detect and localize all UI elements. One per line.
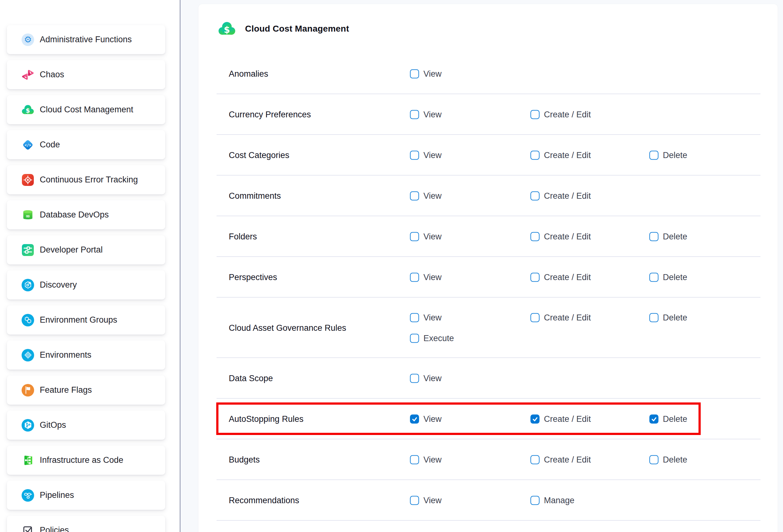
checkbox-box[interactable] xyxy=(410,496,419,505)
checkbox-box[interactable] xyxy=(410,455,419,464)
checkbox-create-edit[interactable]: Create / Edit xyxy=(530,151,591,160)
checkbox-box[interactable] xyxy=(410,232,419,241)
checkbox-box[interactable] xyxy=(530,496,539,505)
sidebar-item-chaos[interactable]: Chaos xyxy=(7,60,165,89)
checkbox-label: Create / Edit xyxy=(544,455,591,465)
panel-title: Cloud Cost Management xyxy=(245,24,349,34)
permission-row-data-scope: Data ScopeView xyxy=(198,358,778,399)
checkbox-view[interactable]: View xyxy=(410,191,442,201)
git-branch-icon xyxy=(22,419,34,432)
checkbox-delete[interactable]: Delete xyxy=(649,151,687,160)
permission-row-recommendations: RecommendationsViewManage xyxy=(198,480,778,521)
sidebar-item-label: Cloud Cost Management xyxy=(40,105,133,115)
sidebar-item-developer-portal[interactable]: Developer Portal xyxy=(7,235,165,264)
checkbox-view[interactable]: View xyxy=(410,273,442,282)
checkbox-create-edit[interactable]: Create / Edit xyxy=(530,273,591,282)
checkbox-box[interactable] xyxy=(410,151,419,160)
permission-row-cloud-asset-governance-rules: Cloud Asset Governance RulesViewCreate /… xyxy=(198,298,778,358)
panel-header: $ Cloud Cost Management xyxy=(198,4,778,54)
checkbox-box[interactable] xyxy=(530,273,539,282)
checkbox-view[interactable]: View xyxy=(410,69,442,79)
checkbox-create-edit[interactable]: Create / Edit xyxy=(530,232,591,242)
checkbox-create-edit[interactable]: Create / Edit xyxy=(530,313,591,323)
checkbox-box[interactable] xyxy=(530,313,539,322)
checkbox-view[interactable]: View xyxy=(410,151,442,160)
checkbox-label: Create / Edit xyxy=(544,232,591,242)
sidebar-item-database-devops[interactable]: ∞Database DevOps xyxy=(7,200,165,229)
permission-row-label: Commitments xyxy=(229,191,281,201)
checkbox-box[interactable] xyxy=(649,151,658,160)
sidebar-item-label: Developer Portal xyxy=(40,245,103,255)
checkbox-box[interactable] xyxy=(410,374,419,383)
checkbox-label: Create / Edit xyxy=(544,110,591,120)
checkbox-label: View xyxy=(424,374,442,383)
checkbox-view[interactable]: View xyxy=(410,414,442,424)
checkbox-box[interactable] xyxy=(530,191,539,200)
permission-row-folders: FoldersViewCreate / EditDelete xyxy=(198,216,778,257)
sidebar-item-discovery[interactable]: Discovery xyxy=(7,271,165,300)
checkbox-box[interactable] xyxy=(649,455,658,464)
permissions-screen: ⚙Administrative FunctionsChaos$Cloud Cos… xyxy=(0,0,783,532)
checkbox-manage[interactable]: Manage xyxy=(530,496,574,505)
svg-text:</>: </> xyxy=(25,143,31,147)
checkbox-label: View xyxy=(424,273,442,282)
checkbox-view[interactable]: View xyxy=(410,232,442,242)
checkbox-box[interactable] xyxy=(530,415,539,424)
checkbox-delete[interactable]: Delete xyxy=(649,232,687,242)
error-target-icon xyxy=(22,174,34,186)
sidebar-item-gitops[interactable]: GitOps xyxy=(7,411,165,440)
checkbox-label: Delete xyxy=(663,455,687,465)
checkbox-box[interactable] xyxy=(410,313,419,322)
checkbox-create-edit[interactable]: Create / Edit xyxy=(530,110,591,120)
sidebar-item-label: Discovery xyxy=(40,280,77,290)
checkbox-view[interactable]: View xyxy=(410,110,442,120)
sidebar-item-administrative-functions[interactable]: ⚙Administrative Functions xyxy=(7,25,165,54)
checkbox-view[interactable]: View xyxy=(410,496,442,505)
sidebar-item-code[interactable]: </>Code xyxy=(7,130,165,159)
checkbox-box[interactable] xyxy=(649,273,658,282)
gear-icon: ⚙ xyxy=(22,33,34,46)
modules-list: ⚙Administrative FunctionsChaos$Cloud Cos… xyxy=(7,25,165,532)
checkbox-create-edit[interactable]: Create / Edit xyxy=(530,455,591,465)
checkbox-box[interactable] xyxy=(410,191,419,200)
checkbox-box[interactable] xyxy=(530,110,539,119)
permission-row-budgets: BudgetsViewCreate / EditDelete xyxy=(198,439,778,480)
checkbox-box[interactable] xyxy=(649,415,658,424)
checkbox-box[interactable] xyxy=(410,415,419,424)
sidebar-item-label: Database DevOps xyxy=(40,210,109,220)
checkbox-view[interactable]: View xyxy=(410,313,442,323)
checkbox-delete[interactable]: Delete xyxy=(649,313,687,323)
checkbox-box[interactable] xyxy=(649,313,658,322)
svg-text:$: $ xyxy=(26,107,30,114)
svg-text:$: $ xyxy=(224,25,230,35)
sidebar-item-policies[interactable]: Policies xyxy=(7,516,165,532)
sidebar-item-cloud-cost-management[interactable]: $Cloud Cost Management xyxy=(7,95,165,124)
sidebar-item-label: Infrastructure as Code xyxy=(40,455,123,465)
checkbox-box[interactable] xyxy=(530,455,539,464)
checkbox-delete[interactable]: Delete xyxy=(649,414,687,424)
sidebar-item-continuous-error-tracking[interactable]: Continuous Error Tracking xyxy=(7,165,165,194)
permission-row-label: Budgets xyxy=(229,455,260,465)
checkbox-label: Create / Edit xyxy=(544,414,591,424)
checkbox-execute[interactable]: Execute xyxy=(410,334,454,343)
checkbox-label: View xyxy=(424,232,442,242)
checkbox-view[interactable]: View xyxy=(410,374,442,383)
sidebar-item-feature-flags[interactable]: Feature Flags xyxy=(7,376,165,405)
checkbox-box[interactable] xyxy=(530,232,539,241)
checkbox-delete[interactable]: Delete xyxy=(649,455,687,465)
sidebar-item-pipelines[interactable]: Pipelines xyxy=(7,481,165,510)
checkbox-delete[interactable]: Delete xyxy=(649,273,687,282)
checkbox-view[interactable]: View xyxy=(410,455,442,465)
checkbox-box[interactable] xyxy=(410,273,419,282)
checkbox-box[interactable] xyxy=(410,69,419,79)
checkbox-create-edit[interactable]: Create / Edit xyxy=(530,414,591,424)
sidebar-item-environments[interactable]: Environments xyxy=(7,341,165,370)
sidebar-item-infrastructure-as-code[interactable]: Infrastructure as Code xyxy=(7,446,165,475)
checkbox-box[interactable] xyxy=(410,334,419,343)
checkbox-label: View xyxy=(424,191,442,201)
checkbox-box[interactable] xyxy=(649,232,658,241)
sidebar-item-environment-groups[interactable]: Environment Groups xyxy=(7,306,165,335)
checkbox-box[interactable] xyxy=(530,151,539,160)
checkbox-box[interactable] xyxy=(410,110,419,119)
checkbox-create-edit[interactable]: Create / Edit xyxy=(530,191,591,201)
